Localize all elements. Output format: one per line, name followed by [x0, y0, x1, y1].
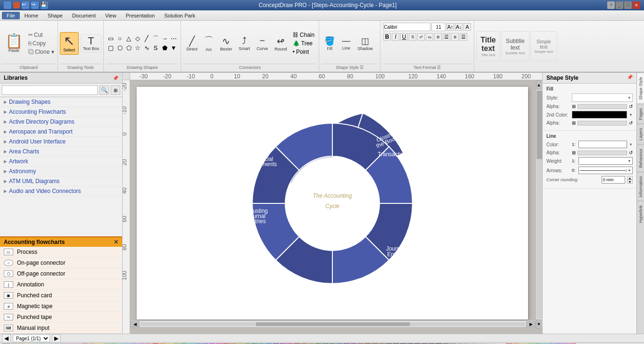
- list-item[interactable]: ▣ Punched card: [0, 290, 122, 301]
- menu-solution-park[interactable]: Solution Park: [159, 12, 199, 19]
- vertical-scrollbar[interactable]: ▲ ▼: [536, 80, 542, 327]
- shape-triangle[interactable]: △: [124, 34, 133, 43]
- select-button[interactable]: ↖ Select: [60, 32, 79, 55]
- tab-information[interactable]: Information: [637, 172, 644, 201]
- sidebar-item-drawing-shapes[interactable]: ▶ Drawing Shapes: [0, 97, 122, 107]
- shape-more[interactable]: ⋯: [169, 34, 178, 43]
- direct-button[interactable]: ╱ Direct: [184, 34, 200, 53]
- paste-button[interactable]: 📋 Paste: [2, 33, 26, 54]
- tab-layers[interactable]: Layers: [637, 124, 644, 144]
- sidebar-item-android[interactable]: ▶ Android User Interface: [0, 137, 122, 147]
- shape-line1[interactable]: ╱: [142, 34, 151, 43]
- help-icon[interactable]: ?: [607, 1, 615, 9]
- align-right-button[interactable]: ≡: [451, 33, 459, 41]
- cut-button[interactable]: ✂ Cut: [27, 31, 56, 39]
- canvas-area[interactable]: -30 -20 -10 0 10 20 40 60 80 100 120 140…: [123, 73, 542, 334]
- line-color-dropdown[interactable]: ▼: [629, 143, 633, 147]
- search-button[interactable]: 🔍: [99, 85, 109, 95]
- grid-view-button[interactable]: ⊞: [111, 85, 120, 95]
- scroll-right-button[interactable]: ▶: [526, 321, 536, 327]
- arrows-dropdown[interactable]: ▼: [627, 168, 631, 173]
- list-item[interactable]: [ Annotation: [0, 279, 122, 290]
- clone-button[interactable]: ⿻ Clone ▾: [27, 48, 56, 56]
- sidebar-item-active-directory[interactable]: ▶ Active Directory Diagrams: [0, 117, 122, 127]
- page-nav-next-button[interactable]: ▶: [52, 334, 61, 343]
- menu-presentation[interactable]: Presentation: [121, 12, 160, 19]
- align-justify-button[interactable]: ☰: [460, 33, 467, 41]
- strikethrough-button[interactable]: S: [409, 33, 416, 41]
- line-alpha-reset[interactable]: ↺: [629, 150, 633, 155]
- shape-polygon[interactable]: ⬟: [160, 44, 169, 52]
- tab-hyperlink[interactable]: Hyperlink: [637, 201, 644, 227]
- undo-icon[interactable]: ↩: [22, 1, 29, 9]
- sidebar-item-atm[interactable]: ▶ ATM UML Diagrams: [0, 176, 122, 186]
- shape-rounded[interactable]: ▢: [107, 44, 115, 52]
- second-alpha-reset[interactable]: ↺: [629, 120, 633, 126]
- shape-dropdowns[interactable]: ▼: [169, 44, 178, 52]
- title-text-button[interactable]: Title text Title text: [476, 31, 500, 61]
- corner-down-button[interactable]: ▼: [627, 180, 633, 184]
- shape-spiral[interactable]: ∿: [142, 44, 151, 52]
- list-item[interactable]: 〜 Punched tape: [0, 312, 122, 323]
- sidebar-item-artwork[interactable]: ▶ Artwork: [0, 157, 122, 167]
- corner-control[interactable]: 0 mm: [602, 176, 625, 184]
- page-nav-prev-button[interactable]: ◀: [2, 334, 11, 343]
- align-left-button[interactable]: ≡: [434, 33, 442, 41]
- copy-button[interactable]: ⎘ Copy: [27, 40, 56, 47]
- shape-bezier[interactable]: S: [151, 44, 160, 52]
- v-scrollthumb[interactable]: [537, 91, 542, 159]
- tree-button[interactable]: 🌲 Tree: [291, 40, 316, 47]
- save-icon[interactable]: 💾: [41, 1, 48, 9]
- list-item[interactable]: ⌨ Manual input: [0, 323, 122, 334]
- h-scrollthumb[interactable]: [256, 322, 410, 326]
- shape-circle[interactable]: ○: [116, 34, 124, 43]
- scroll-down-button[interactable]: ▼: [536, 319, 542, 329]
- underline-button[interactable]: U: [400, 33, 408, 41]
- subscript-button[interactable]: x₂: [426, 33, 433, 41]
- panel-pin-icon[interactable]: 📌: [627, 75, 633, 81]
- font-color-button[interactable]: A: [463, 23, 471, 31]
- font-size-input[interactable]: [431, 23, 446, 31]
- sidebar-item-accounting[interactable]: ▶ Accounting Flowcharts: [0, 107, 122, 117]
- arrows-control[interactable]: ○ ▼: [578, 167, 633, 174]
- style-control[interactable]: ▼: [572, 93, 633, 102]
- search-input[interactable]: [2, 85, 98, 95]
- bezier-button[interactable]: ∿ Bezier: [218, 34, 235, 53]
- line-alpha-slider[interactable]: [578, 151, 627, 155]
- smart-button[interactable]: ⤴ Smart: [236, 34, 252, 52]
- shape-diamond[interactable]: ◇: [133, 34, 142, 43]
- menu-home[interactable]: Home: [20, 12, 43, 19]
- line-color-control[interactable]: [578, 141, 627, 148]
- fill-button[interactable]: 🪣 Fill: [322, 34, 337, 52]
- font-shrink-button[interactable]: A↓: [455, 23, 462, 31]
- font-selector[interactable]: [383, 23, 430, 31]
- corner-up-button[interactable]: ▲: [627, 176, 633, 180]
- chain-button[interactable]: ⛓ Chain: [291, 31, 316, 39]
- menu-document[interactable]: Document: [67, 12, 100, 19]
- shape-arrow1[interactable]: →: [160, 34, 169, 43]
- redo-icon[interactable]: ↪: [31, 1, 39, 9]
- menu-shape[interactable]: Shape: [43, 12, 67, 19]
- second-color-control[interactable]: [572, 111, 627, 118]
- weight-dropdown[interactable]: ▼: [627, 159, 631, 163]
- list-item[interactable]: ○ On-page connector: [0, 258, 122, 268]
- second-color-dropdown[interactable]: ▼: [629, 113, 633, 117]
- align-center-button[interactable]: ☰: [443, 33, 450, 41]
- style-dropdown-arrow[interactable]: ▼: [627, 96, 631, 100]
- tab-behaviour[interactable]: Behaviour: [637, 144, 644, 172]
- alpha-slider[interactable]: [578, 104, 627, 109]
- shape-rect[interactable]: ▭: [107, 34, 115, 43]
- scroll-left-button[interactable]: ◀: [130, 321, 140, 327]
- shape-hexagon[interactable]: ⬡: [116, 44, 124, 52]
- arc-button[interactable]: ⌒ Arc: [202, 33, 216, 53]
- sidebar-item-astronomy[interactable]: ▶ Astronomy: [0, 167, 122, 176]
- minimize-button[interactable]: _: [616, 1, 623, 9]
- list-item[interactable]: ⌀ Magnetic tape: [0, 301, 122, 312]
- list-item[interactable]: ⬠ Off-page connector: [0, 268, 122, 279]
- sidebar-item-area-charts[interactable]: ▶ Area Charts: [0, 147, 122, 157]
- page-dropdown[interactable]: Page1 (1/1): [13, 335, 50, 342]
- horizontal-scrollbar[interactable]: ◀ ▶: [130, 320, 536, 327]
- textbox-button[interactable]: T Text Box: [81, 34, 102, 52]
- subtitle-text-button[interactable]: Subtitle text Subtitle text: [501, 31, 529, 61]
- sidebar-item-audio[interactable]: ▶ Audio and Video Connectors: [0, 186, 122, 196]
